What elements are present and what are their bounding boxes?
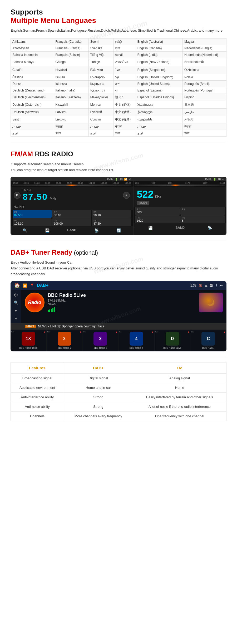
radio-left-battery-icon: 🔋 bbox=[115, 178, 118, 181]
radio-right-save-icon[interactable]: 💾 bbox=[148, 226, 153, 230]
radio-band-label: FM 1-1 bbox=[23, 189, 48, 192]
lang-cell: Português (Brasil) bbox=[183, 80, 226, 87]
lang-cell: Kiswahili bbox=[54, 101, 88, 108]
radio-right-ruler: 8559631071117912871404 bbox=[134, 181, 226, 187]
radio-right-freq: 522 bbox=[137, 189, 153, 200]
dab-main-content: Radio BBC Radio 5Live 174.928MHz News bbox=[21, 290, 226, 323]
lang-cell: Français (Suisse) bbox=[54, 51, 88, 58]
dab-ch-fave-icon[interactable]: ♥ bbox=[152, 331, 154, 333]
dab-home-icon[interactable]: 🏠 bbox=[14, 283, 20, 288]
radio-screenshot: 15:02 🔋 18 📶 ↩ 87.5089.5591.6093.6595.70… bbox=[11, 177, 226, 235]
dab-ch-logo: 1X bbox=[22, 332, 35, 346]
th-dab: DAB+ bbox=[64, 362, 133, 374]
radio-next-btn[interactable]: K bbox=[123, 192, 130, 199]
comparison-dab-cell: Home and in-car bbox=[64, 383, 133, 393]
dab-ch-name: BBC Radio 1Xtra bbox=[12, 347, 45, 349]
dab-ch-logo: 3 bbox=[93, 332, 107, 346]
lang-cell: Deutsch (Deutschland) bbox=[11, 87, 54, 94]
lang-cell: Bahasa Melayu bbox=[11, 58, 54, 66]
radio-signal-icon[interactable]: 📡 bbox=[94, 228, 99, 233]
fmam-section: www.witson.com FM/AM RDS RADIO It suppor… bbox=[0, 142, 237, 177]
dab-sidebar-search-icon[interactable]: 🔍 bbox=[14, 301, 18, 305]
supports-title-black: Supports bbox=[11, 8, 226, 16]
lang-cell: English (Singapore) bbox=[136, 66, 182, 74]
lang-cell: Filipino bbox=[183, 94, 226, 101]
dab-ch-fave-icon[interactable]: ♥ bbox=[116, 331, 117, 333]
dab-channel[interactable]: 0/0 ♥ 1X BBC Radio 1Xtra bbox=[11, 330, 47, 351]
lang-cell: English (United Kingdom) bbox=[136, 74, 182, 80]
comparison-feature-cell: Channels bbox=[11, 411, 64, 421]
radio-right-band-icon[interactable]: BAND bbox=[175, 226, 185, 230]
dab-channel[interactable]: 0/0 ♥ 4 BBC Radio 4 bbox=[118, 330, 155, 351]
radio-preset[interactable]: P187.50 bbox=[13, 210, 52, 218]
lang-cell: Eesti bbox=[11, 116, 54, 123]
lang-cell: ภาษาไทย bbox=[113, 58, 136, 66]
radio-scan-btn[interactable]: SCAN bbox=[137, 201, 149, 205]
radio-prev-btn[interactable]: K bbox=[14, 192, 21, 199]
dab-station-freq: 174.928MHz bbox=[48, 299, 196, 302]
lang-cell: Български bbox=[88, 74, 113, 80]
radio-band-icon[interactable]: BAND bbox=[67, 228, 76, 233]
radio-right-topbar: 15:04 🔋 18 ↩ bbox=[134, 177, 226, 181]
radio-preset[interactable]: P687.50 bbox=[92, 218, 131, 226]
radio-search-icon[interactable]: 🔍 bbox=[23, 228, 27, 233]
dab-channel[interactable]: 0/0 ♥ C BBC Radi... bbox=[190, 330, 226, 351]
dab-sidebar-heart-icon[interactable]: ♥ bbox=[15, 308, 17, 313]
radio-right-signal-icon[interactable]: 📡 bbox=[208, 226, 212, 230]
dab-ch-badge: 0/0 bbox=[155, 331, 158, 333]
radio-right-unit: KHz bbox=[155, 195, 161, 198]
radio-preset[interactable]: P4106.10 bbox=[13, 218, 52, 226]
dab-channel-grid: 0/0 ♥ 1X BBC Radio 1Xtra 0/0 ♥ 2 BBC Rad… bbox=[11, 330, 226, 351]
comparison-fm-cell: Home bbox=[133, 383, 226, 393]
lang-cell: עברית bbox=[136, 123, 182, 130]
fmam-title-black: RDS RADIO bbox=[33, 150, 73, 158]
comparison-dab-cell: More channels every frequency bbox=[64, 411, 133, 421]
dab-ch-badge: 0/0 bbox=[47, 331, 50, 333]
dab-station-text: BBC Radio 5Live 174.928MHz News bbox=[48, 293, 196, 312]
radio-left-topbar: 15:02 🔋 18 📶 ↩ bbox=[11, 177, 133, 181]
dab-menu-icon[interactable]: ⋮ bbox=[215, 284, 218, 287]
lang-cell: Ελληνικά bbox=[88, 66, 113, 74]
radio-repeat-icon[interactable]: 🔄 bbox=[116, 228, 121, 233]
dab-channel[interactable]: 0/0 ♥ 2 BBC Radio 2 bbox=[47, 330, 83, 351]
lang-cell: اردو bbox=[136, 130, 182, 136]
dab-station-info: Radio BBC Radio 5Live 174.928MHz News bbox=[25, 293, 223, 312]
dab-channel[interactable]: 0/0 ♥ 3 BBC Radio 3 bbox=[82, 330, 118, 351]
radio-preset[interactable]: P5108.00 bbox=[52, 218, 91, 226]
radio-right-preset[interactable]: P3 bbox=[180, 207, 225, 215]
lang-cell: Français (France) bbox=[54, 45, 88, 51]
lang-cell: Српски bbox=[88, 116, 113, 123]
dab-back-icon[interactable]: ↩ bbox=[220, 284, 223, 287]
lang-cell: اردو bbox=[88, 130, 113, 136]
lang-cell: IsiZulu bbox=[54, 74, 88, 80]
radio-right-preset[interactable]: P2603 bbox=[135, 207, 180, 215]
dab-time: 1:38 bbox=[190, 284, 196, 287]
fmam-desc: It supports automatic search and manual … bbox=[11, 161, 226, 173]
dab-ch-fave-icon[interactable]: ♥ bbox=[44, 331, 46, 333]
lang-cell: Монгол bbox=[88, 101, 113, 108]
dab-title: DAB+ Tuner Ready (optional) bbox=[11, 248, 226, 256]
radio-preset[interactable]: P398.10 bbox=[92, 210, 131, 218]
comparison-dab-cell: Strong bbox=[64, 402, 133, 411]
radio-pty: NO PTY bbox=[11, 204, 133, 210]
comparison-row: Applicable environmentHome and in-carHom… bbox=[11, 383, 226, 393]
lang-cell: தமிழ் bbox=[113, 38, 136, 45]
radio-preset[interactable]: P290.10 bbox=[52, 210, 91, 218]
dab-ch-name: BBC Radio 3 bbox=[83, 347, 117, 349]
radio-right-preset[interactable]: P51620 bbox=[135, 215, 180, 223]
dab-ch-fave-icon[interactable]: ♥ bbox=[224, 331, 225, 333]
dab-sidebar-list-icon[interactable]: ≡ bbox=[15, 316, 17, 321]
th-fm: FM bbox=[133, 362, 226, 374]
lang-cell: বাংলা bbox=[183, 130, 226, 136]
radio-save-icon[interactable]: 💾 bbox=[45, 228, 50, 233]
radio-right-preset[interactable]: P65 bbox=[180, 215, 225, 223]
lang-cell: Кыргызча bbox=[88, 80, 113, 87]
dab-ch-name: BBC Radio 2 bbox=[48, 347, 81, 349]
lang-cell: বাংলা bbox=[54, 130, 88, 136]
dab-sidebar-power-icon[interactable]: ⏻ bbox=[14, 293, 18, 297]
dab-ch-fave-icon[interactable]: ♥ bbox=[80, 331, 81, 333]
lang-cell: Galego bbox=[54, 58, 88, 66]
dab-channel[interactable]: 0/0 ♥ D BBC Radio 5Live bbox=[155, 330, 191, 351]
dab-title-red: DAB+ Tuner Ready bbox=[11, 248, 72, 256]
dab-ch-fave-icon[interactable]: ♥ bbox=[188, 331, 189, 333]
